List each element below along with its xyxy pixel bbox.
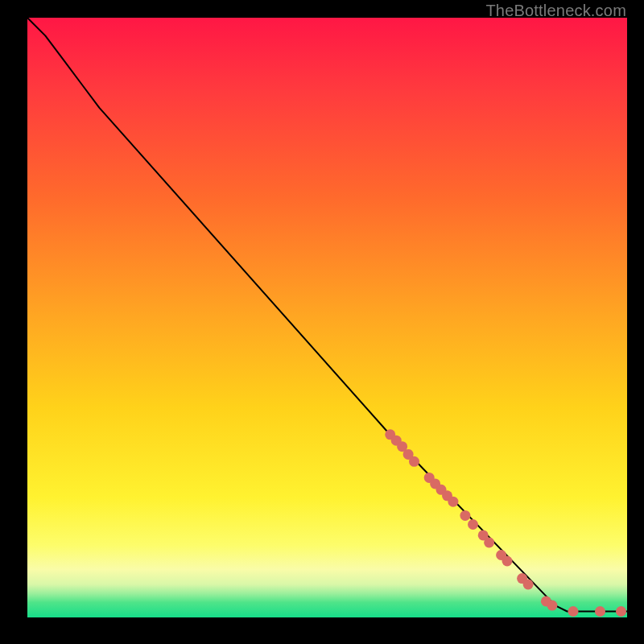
data-marker bbox=[595, 606, 605, 617]
chart-frame: TheBottleneck.com bbox=[0, 0, 644, 644]
chart-overlay bbox=[27, 18, 627, 617]
data-marker bbox=[502, 556, 513, 567]
data-marker bbox=[484, 537, 494, 547]
data-marker bbox=[616, 606, 626, 617]
plot-area bbox=[27, 18, 627, 617]
data-marker bbox=[448, 497, 458, 507]
data-marker bbox=[468, 519, 478, 530]
data-marker bbox=[409, 456, 419, 467]
marker-group bbox=[385, 429, 626, 617]
data-marker bbox=[568, 606, 579, 617]
curve-line bbox=[27, 18, 627, 612]
data-marker bbox=[460, 510, 470, 521]
data-marker bbox=[523, 580, 534, 590]
data-marker bbox=[547, 601, 557, 611]
